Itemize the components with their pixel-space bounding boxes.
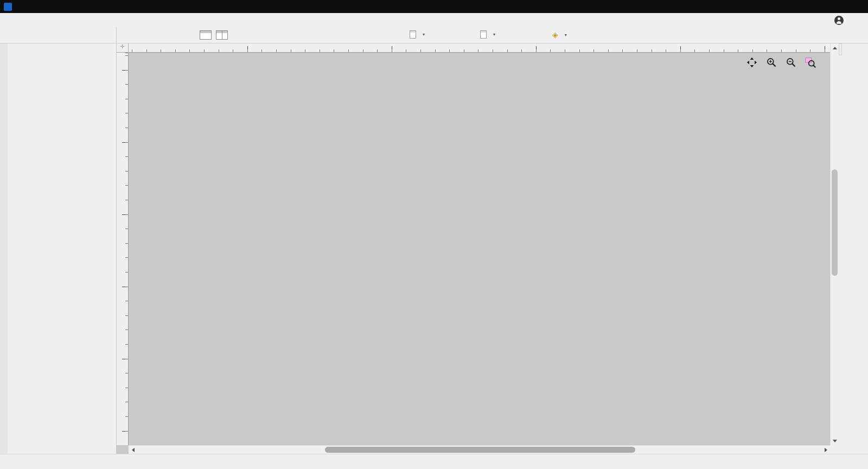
main-area (0, 43, 868, 454)
scroll-right-icon[interactable] (821, 446, 830, 454)
close-button[interactable] (844, 0, 868, 13)
position-selector[interactable] (480, 30, 495, 39)
single-sheet-view-icon[interactable] (200, 30, 212, 40)
account-icon (834, 16, 844, 25)
scrollbar-corner (830, 445, 839, 454)
horizontal-scrollbar[interactable] (129, 445, 830, 454)
two-sheet-view-icon[interactable] (216, 30, 228, 40)
toolbar (0, 27, 868, 43)
horizontal-scroll-thumb[interactable] (325, 447, 635, 453)
titlebar (0, 0, 868, 13)
drawing-viewport[interactable] (129, 53, 830, 445)
vector-drawing[interactable] (129, 53, 830, 445)
menubar-right (834, 16, 866, 25)
tool-sections (8, 43, 116, 46)
sheet-layout-icons (200, 30, 228, 40)
scroll-up-icon[interactable] (831, 43, 839, 52)
zoom-in-icon[interactable] (766, 57, 777, 68)
left-tabstrip (0, 43, 8, 454)
right-tabstrip (839, 43, 868, 454)
page-icon (480, 30, 487, 39)
ruler-vertical (117, 53, 129, 445)
menubar (0, 13, 868, 27)
level-selector[interactable] (552, 30, 567, 39)
pan-view-icon[interactable] (746, 57, 757, 68)
canvas-area (117, 43, 839, 454)
scroll-left-icon[interactable] (129, 446, 137, 454)
ruler-origin-icon (117, 43, 129, 53)
scroll-down-icon[interactable] (831, 436, 839, 445)
sheet-selector[interactable] (410, 30, 425, 39)
toolpaths-tab[interactable] (839, 43, 842, 55)
ruler-horizontal (129, 43, 830, 53)
minimize-button[interactable] (789, 0, 813, 13)
sheet-icon (410, 30, 416, 39)
design-panel (8, 43, 117, 454)
vertical-scroll-thumb[interactable] (832, 169, 838, 276)
design-panel-header (0, 27, 117, 43)
zoom-selection-icon[interactable] (805, 57, 816, 68)
app-icon (4, 3, 12, 11)
canvas-zoom-tools (746, 57, 816, 68)
vcarve-window (0, 0, 868, 469)
statusbar (0, 454, 868, 469)
vertical-scrollbar[interactable] (830, 43, 839, 445)
restore-button[interactable] (816, 0, 840, 13)
level-icon (552, 30, 558, 39)
zoom-out-icon[interactable] (786, 57, 796, 68)
